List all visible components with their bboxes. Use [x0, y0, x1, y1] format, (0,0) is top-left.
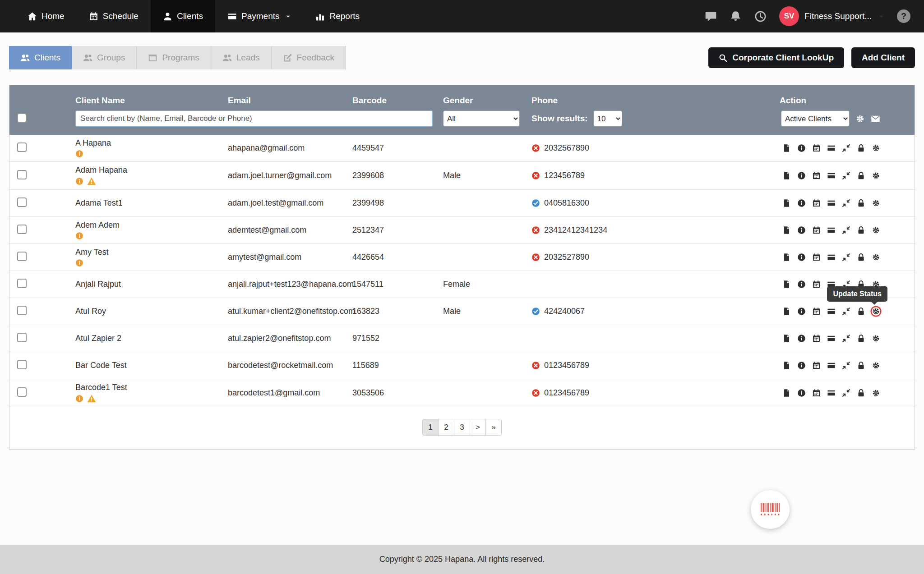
history-clock-icon[interactable] [754, 10, 767, 23]
nav-item-clients[interactable]: Clients [151, 0, 215, 32]
row-checkbox[interactable] [17, 306, 27, 315]
lock-icon[interactable] [857, 199, 865, 207]
calendar-icon[interactable] [812, 199, 821, 207]
row-checkbox[interactable] [17, 225, 27, 234]
client-name[interactable]: Atul Roy [75, 307, 228, 316]
tab-programs[interactable]: Programs [137, 46, 211, 69]
nav-item-schedule[interactable]: Schedule [77, 0, 151, 32]
notifications-bell-icon[interactable] [730, 10, 742, 23]
note-icon[interactable] [782, 144, 791, 152]
client-name[interactable]: Adam Hapana [75, 165, 228, 175]
show-results-select[interactable]: 10 [593, 110, 622, 127]
lock-icon[interactable] [857, 389, 865, 397]
info-icon[interactable] [797, 253, 806, 262]
calendar-icon[interactable] [812, 144, 821, 152]
account-menu[interactable]: SV Fitness Support... [779, 6, 884, 26]
client-status-select[interactable]: Active Clients [781, 110, 850, 127]
payment-card-icon[interactable] [827, 334, 836, 343]
row-checkbox[interactable] [17, 142, 27, 152]
tab-leads[interactable]: Leads [211, 46, 272, 69]
info-icon[interactable] [797, 144, 806, 152]
note-icon[interactable] [782, 389, 791, 397]
note-icon[interactable] [782, 334, 791, 343]
payment-card-icon[interactable] [827, 171, 836, 180]
note-icon[interactable] [782, 361, 791, 370]
gear-icon[interactable]: Update Status [872, 307, 880, 316]
tab-feedback[interactable]: Feedback [272, 46, 346, 69]
tab-clients[interactable]: Clients [9, 46, 72, 69]
client-name[interactable]: Anjali Rajput [75, 280, 228, 289]
client-name[interactable]: A Hapana [75, 138, 228, 148]
tab-groups[interactable]: Groups [72, 46, 137, 69]
row-checkbox[interactable] [17, 360, 27, 369]
client-name[interactable]: Amy Test [75, 248, 228, 257]
note-icon[interactable] [782, 171, 791, 180]
gear-icon[interactable] [872, 171, 880, 180]
info-icon[interactable] [797, 307, 806, 316]
calendar-icon[interactable] [812, 307, 821, 316]
payment-card-icon[interactable] [827, 307, 836, 316]
lock-icon[interactable] [857, 144, 865, 152]
page-next-button[interactable]: > [470, 419, 486, 436]
merge-icon[interactable] [842, 144, 850, 152]
help-icon[interactable]: ? [897, 9, 910, 23]
payment-card-icon[interactable] [827, 144, 836, 152]
page-button-2[interactable]: 2 [438, 419, 454, 436]
info-icon[interactable] [797, 361, 806, 370]
lock-icon[interactable] [857, 253, 865, 262]
add-client-button[interactable]: Add Client [851, 47, 915, 68]
info-badge-icon[interactable] [75, 150, 83, 158]
row-checkbox[interactable] [17, 170, 27, 179]
email-envelope-icon[interactable] [871, 114, 880, 124]
note-icon[interactable] [782, 199, 791, 207]
lock-icon[interactable] [857, 334, 865, 343]
merge-icon[interactable] [842, 389, 850, 397]
barcode-scan-button[interactable] [751, 490, 790, 529]
info-icon[interactable] [797, 226, 806, 234]
lock-icon[interactable] [857, 226, 865, 234]
calendar-icon[interactable] [812, 280, 821, 289]
info-icon[interactable] [797, 171, 806, 180]
warning-icon[interactable] [87, 394, 96, 403]
payment-card-icon[interactable] [827, 226, 836, 234]
settings-gear-icon[interactable] [855, 114, 865, 124]
nav-item-home[interactable]: Home [15, 0, 77, 32]
calendar-icon[interactable] [812, 361, 821, 370]
row-checkbox[interactable] [17, 279, 27, 288]
row-checkbox[interactable] [17, 252, 27, 261]
gear-icon[interactable] [872, 253, 880, 262]
row-checkbox[interactable] [17, 197, 27, 207]
row-checkbox[interactable] [17, 333, 27, 342]
info-icon[interactable] [797, 334, 806, 343]
warning-icon[interactable] [87, 177, 96, 186]
lock-icon[interactable] [857, 171, 865, 180]
payment-card-icon[interactable] [827, 389, 836, 397]
note-icon[interactable] [782, 307, 791, 316]
merge-icon[interactable] [842, 361, 850, 370]
lock-icon[interactable] [857, 307, 865, 316]
info-badge-icon[interactable] [75, 177, 83, 185]
lock-icon[interactable] [857, 361, 865, 370]
calendar-icon[interactable] [812, 389, 821, 397]
note-icon[interactable] [782, 226, 791, 234]
gear-icon[interactable] [872, 389, 880, 397]
payment-card-icon[interactable] [827, 253, 836, 262]
client-search-input[interactable] [75, 110, 433, 127]
gear-icon[interactable] [872, 199, 880, 207]
gear-icon[interactable] [872, 361, 880, 370]
nav-item-payments[interactable]: Payments [215, 0, 303, 32]
merge-icon[interactable] [842, 253, 850, 262]
note-icon[interactable] [782, 280, 791, 289]
page-button-3[interactable]: 3 [454, 419, 470, 436]
merge-icon[interactable] [842, 226, 850, 234]
merge-icon[interactable] [842, 334, 850, 343]
info-icon[interactable] [797, 280, 806, 289]
gear-icon[interactable] [872, 144, 880, 152]
calendar-icon[interactable] [812, 334, 821, 343]
calendar-icon[interactable] [812, 226, 821, 234]
page-button-1[interactable]: 1 [422, 419, 439, 436]
info-badge-icon[interactable] [75, 232, 83, 240]
payment-card-icon[interactable] [827, 199, 836, 207]
client-name[interactable]: Adama Test1 [75, 198, 228, 208]
row-checkbox[interactable] [17, 387, 27, 397]
